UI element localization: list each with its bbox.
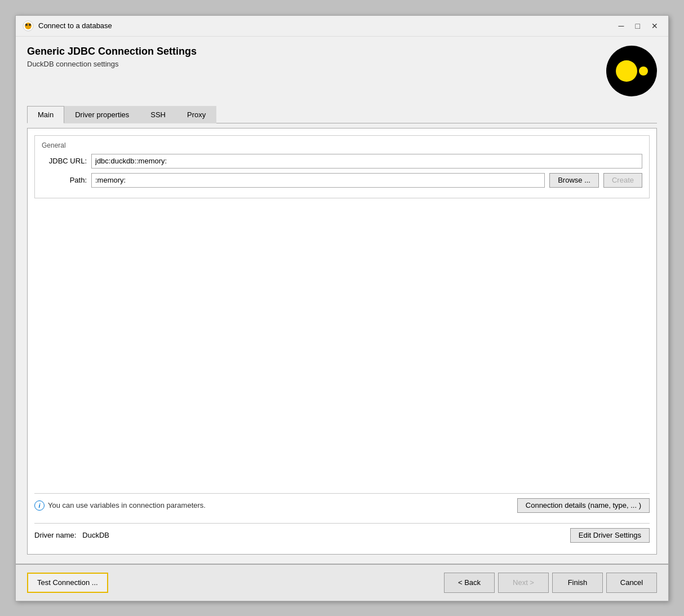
- tab-driver-properties[interactable]: Driver properties: [64, 106, 140, 123]
- header-text: Generic JDBC Connection Settings DuckDB …: [27, 46, 197, 68]
- info-text-group: i You can use variables in connection pa…: [34, 500, 206, 511]
- header-section: Generic JDBC Connection Settings DuckDB …: [27, 46, 657, 96]
- info-text: You can use variables in connection para…: [48, 501, 206, 509]
- edit-driver-button[interactable]: Edit Driver Settings: [570, 528, 650, 543]
- logo-dot-big: [616, 60, 637, 82]
- connection-details-button[interactable]: Connection details (name, type, ... ): [517, 498, 650, 513]
- window: Connect to a database ─ □ ✕ Generic JDBC…: [15, 15, 669, 601]
- path-row: Path: Browse ... Create: [42, 173, 642, 188]
- content-area: Generic JDBC Connection Settings DuckDB …: [16, 37, 668, 564]
- back-button[interactable]: < Back: [444, 573, 495, 593]
- title-bar: Connect to a database ─ □ ✕: [16, 16, 668, 37]
- general-group: General JDBC URL: Path: Browse ... Creat…: [34, 135, 650, 198]
- test-connection-button[interactable]: Test Connection ...: [27, 573, 108, 593]
- app-icon: [23, 20, 34, 32]
- cancel-button[interactable]: Cancel: [606, 573, 657, 593]
- path-label: Path:: [42, 176, 87, 184]
- logo-dot-small: [639, 67, 648, 76]
- driver-text: Driver name: DuckDB: [34, 531, 109, 539]
- footer: Test Connection ... < Back Next > Finish…: [16, 564, 668, 601]
- driver-name: DuckDB: [82, 531, 109, 539]
- jdbc-url-input[interactable]: [91, 154, 642, 169]
- info-bar: i You can use variables in connection pa…: [34, 493, 650, 517]
- footer-left: Test Connection ...: [27, 573, 108, 593]
- main-title: Generic JDBC Connection Settings: [27, 46, 197, 57]
- logo-inner: [616, 60, 648, 82]
- driver-row: Driver name: DuckDB Edit Driver Settings: [34, 523, 650, 547]
- footer-right: < Back Next > Finish Cancel: [444, 573, 657, 593]
- close-button[interactable]: ✕: [648, 20, 661, 32]
- title-bar-left: Connect to a database: [23, 20, 112, 32]
- jdbc-url-label: JDBC URL:: [42, 157, 87, 165]
- next-button[interactable]: Next >: [498, 573, 549, 593]
- info-icon: i: [34, 500, 45, 511]
- tab-main[interactable]: Main: [27, 106, 64, 123]
- svg-point-1: [25, 23, 32, 29]
- title-bar-controls: ─ □ ✕: [615, 20, 661, 32]
- tab-ssh[interactable]: SSH: [140, 106, 176, 123]
- subtitle: DuckDB connection settings: [27, 60, 197, 68]
- path-input[interactable]: [91, 173, 545, 188]
- form-panel: General JDBC URL: Path: Browse ... Creat…: [27, 128, 657, 555]
- finish-button[interactable]: Finish: [552, 573, 603, 593]
- svg-point-3: [29, 24, 31, 26]
- driver-label: Driver name:: [34, 531, 76, 539]
- tabs-section: Main Driver properties SSH Proxy: [27, 105, 657, 123]
- browse-button[interactable]: Browse ...: [549, 173, 599, 188]
- duckdb-logo: [606, 46, 657, 96]
- maximize-button[interactable]: □: [632, 20, 643, 32]
- general-legend: General: [42, 141, 642, 149]
- create-button[interactable]: Create: [603, 173, 642, 188]
- jdbc-url-row: JDBC URL:: [42, 154, 642, 169]
- tab-proxy[interactable]: Proxy: [176, 106, 216, 123]
- svg-point-2: [25, 24, 28, 26]
- window-title: Connect to a database: [38, 21, 112, 30]
- spacer: [34, 204, 650, 488]
- minimize-button[interactable]: ─: [615, 20, 628, 32]
